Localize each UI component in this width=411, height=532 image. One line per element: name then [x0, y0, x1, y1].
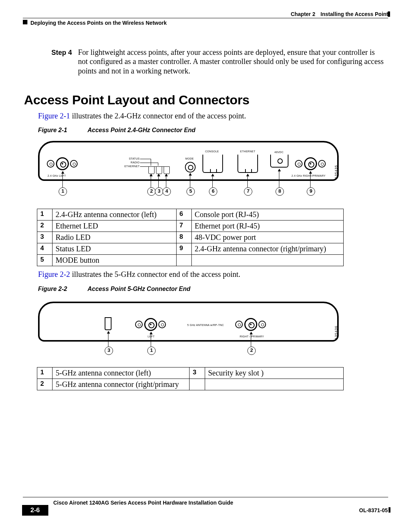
left-antenna-icon: [144, 318, 157, 331]
callout-3: 3: [105, 347, 113, 355]
figure2-caption-num: Figure 2-2: [38, 286, 88, 292]
right-screw1-icon: [295, 160, 303, 168]
figure2-legend-table: 15-GHz antenna connector (left)3Security…: [37, 367, 344, 390]
figure1-caption-title: Access Point 2.4-GHz Connector End: [88, 127, 196, 133]
callout-3: 3: [155, 187, 163, 196]
right-antenna-icon: [244, 318, 257, 331]
right-screw2-icon: [258, 321, 266, 328]
right-antenna-label: 2.4 GHz RIGHT/PRIMARY: [292, 174, 325, 177]
footer-doc-id: OL-8371-05: [359, 507, 388, 513]
right-label: RIGHT / PRIMARY: [240, 335, 264, 338]
figure2-caption: Figure 2-2Access Point 5-GHz Connector E…: [38, 286, 190, 292]
step-text: For lightweight access points, after you…: [78, 48, 386, 75]
table-row: 2Ethernet LED7Ethernet port (RJ-45): [37, 220, 344, 232]
footer-page-number: 2-6: [22, 505, 48, 516]
header-chapter-label: Chapter 2: [291, 11, 315, 17]
left-screw1-icon: [47, 160, 54, 168]
left-screw2-icon: [158, 321, 166, 328]
table-row: 15-GHz antenna connector (left)3Security…: [37, 367, 344, 379]
bracket-icon: [140, 163, 158, 163]
table-row: 4Status LED92.4-GHz antenna connector (r…: [37, 243, 344, 255]
callout-7: 7: [244, 187, 252, 196]
figure1-caption-num: Figure 2-1: [38, 127, 88, 134]
mode-button-icon: [185, 162, 196, 173]
footer-guide-title: Cisco Aironet 1240AG Series Access Point…: [53, 500, 233, 506]
ethernet-port-icon: [237, 155, 258, 173]
mode-label: MODE: [185, 157, 194, 160]
left-label: LEFT: [148, 335, 155, 338]
figure1: 2.4 GHz LEFT STATUS RADIO ETHERNET MODE …: [38, 141, 339, 202]
callout-9: 9: [307, 187, 315, 196]
figure1-id: 135435: [334, 165, 338, 179]
antenna-center-label: 5 GHz ANTENNA w/RP-TNC: [187, 324, 224, 326]
left-antenna-icon: [56, 157, 69, 170]
security-slot-icon: [105, 317, 112, 330]
table-row: 12.4-GHz antenna connector (left)6Consol…: [37, 209, 344, 220]
callout-2: 2: [247, 347, 256, 355]
leader-line: [151, 174, 151, 187]
led-icon: [164, 166, 170, 174]
callout-5: 5: [186, 187, 195, 196]
vdc-label: 48VDC: [274, 151, 284, 153]
leader-line: [190, 173, 190, 187]
status-label: STATUS: [124, 157, 140, 160]
figure1-intro-rest: illustrates the 2.4-GHz connector end of…: [70, 112, 246, 120]
header-chapter-title: Installing the Access Point: [320, 11, 388, 17]
leader-line: [166, 174, 166, 187]
bracket-icon: [158, 163, 158, 166]
figure2-intro-rest: illustrates the 5-GHz connector end of t…: [70, 270, 241, 278]
page-title: Access Point Layout and Connectors: [24, 93, 249, 107]
leader-line: [279, 169, 279, 187]
callout-4: 4: [162, 187, 171, 196]
leader-line: [108, 331, 108, 347]
table-row: 25-GHz antenna connector (right/primary: [37, 379, 344, 390]
led-icon: [156, 166, 162, 174]
right-screw1-icon: [235, 321, 243, 328]
left-antenna-label: 2.4 GHz LEFT: [48, 174, 66, 177]
footer-rule: [23, 497, 388, 497]
table-row: 5MODE button: [37, 255, 344, 266]
leader-line: [151, 332, 151, 347]
figure2: LEFT 5 GHz ANTENNA w/RP-TNC RIGHT / PRIM…: [38, 302, 339, 363]
ethernet-port-label: ETHERNET: [240, 150, 255, 153]
header-chapter-endrule: [388, 11, 390, 17]
leader-line: [310, 171, 311, 187]
bracket-icon: [140, 159, 151, 159]
leader-line: [247, 174, 248, 187]
footer-doc-endrule: [389, 507, 390, 513]
figure1-intro: Figure 2-1 illustrates the 2.4-GHz conne…: [38, 112, 350, 120]
step-label: Step 4: [51, 49, 72, 57]
header-chapter: Chapter 2 Installing the Access Point: [291, 11, 388, 17]
figure2-link[interactable]: Figure 2-2: [38, 270, 70, 278]
callout-8: 8: [276, 187, 284, 196]
right-antenna-icon: [304, 157, 317, 170]
device-outline: [38, 302, 339, 342]
leader-line: [212, 174, 213, 187]
console-label: CONSOLE: [205, 150, 219, 153]
left-screw2-icon: [70, 160, 78, 168]
left-screw1-icon: [135, 321, 143, 328]
led-icon: [148, 166, 155, 174]
leader-line: [62, 171, 63, 187]
leader-line: [158, 174, 159, 187]
figure2-caption-title: Access Point 5-GHz Connector End: [88, 286, 190, 292]
right-screw2-icon: [318, 160, 326, 168]
callout-2: 2: [147, 187, 156, 196]
header-bullet: [23, 20, 27, 24]
bracket-icon: [151, 159, 151, 166]
figure1-legend-table: 12.4-GHz antenna connector (left)6Consol…: [37, 209, 344, 266]
ethernet-led-label: ETHERNET: [124, 165, 140, 168]
figure2-intro: Figure 2-2 illustrates the 5-GHz connect…: [38, 270, 350, 279]
callout-1: 1: [59, 187, 67, 196]
radio-label: RADIO: [124, 161, 140, 164]
power-port-icon: [270, 155, 288, 168]
console-port-icon: [202, 155, 223, 173]
leader-line: [251, 332, 251, 347]
table-row: 3Radio LED848-VDC power port: [37, 232, 344, 243]
callout-6: 6: [209, 187, 217, 196]
figure1-link[interactable]: Figure 2-1: [38, 112, 70, 120]
header-rule: [23, 18, 388, 18]
header-section-title: Deploying the Access Points on the Wirel…: [30, 20, 167, 26]
callout-1: 1: [147, 347, 156, 355]
figure1-caption: Figure 2-1Access Point 2.4-GHz Connector…: [38, 127, 196, 134]
